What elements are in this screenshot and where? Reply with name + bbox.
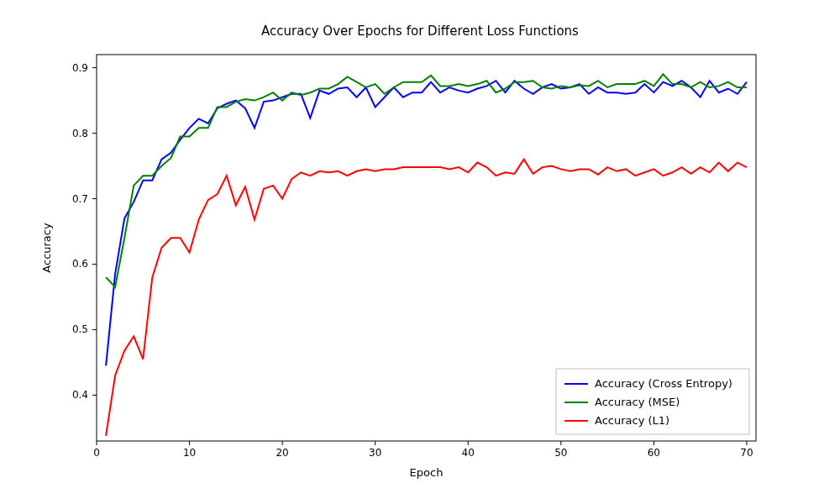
y-tick-label: 0.7: [72, 193, 88, 205]
y-tick-label: 0.5: [72, 323, 88, 335]
y-tick-label: 0.6: [72, 258, 88, 270]
x-tick-label: 20: [276, 447, 288, 459]
legend-label: Accuracy (L1): [595, 414, 669, 427]
series-line-0: [106, 81, 747, 365]
x-tick-label: 70: [740, 447, 753, 459]
legend-label: Accuracy (Cross Entropy): [595, 377, 732, 390]
y-axis-label: Accuracy: [40, 223, 53, 273]
x-tick-label: 30: [369, 447, 381, 459]
x-tick-label: 50: [554, 447, 567, 459]
y-tick-label: 0.4: [72, 389, 88, 401]
chart-svg: 0102030405060700.40.50.60.70.80.9EpochAc…: [0, 0, 840, 504]
x-tick-label: 0: [93, 447, 100, 459]
y-tick-label: 0.8: [72, 128, 88, 139]
series-line-1: [106, 74, 747, 286]
x-axis-label: Epoch: [410, 466, 444, 479]
y-tick-label: 0.9: [72, 62, 88, 74]
chart-container: Accuracy Over Epochs for Different Loss …: [0, 0, 840, 504]
x-tick-label: 10: [183, 447, 196, 459]
x-tick-label: 60: [648, 447, 660, 459]
legend-label: Accuracy (MSE): [595, 396, 680, 408]
x-tick-label: 40: [462, 447, 475, 459]
